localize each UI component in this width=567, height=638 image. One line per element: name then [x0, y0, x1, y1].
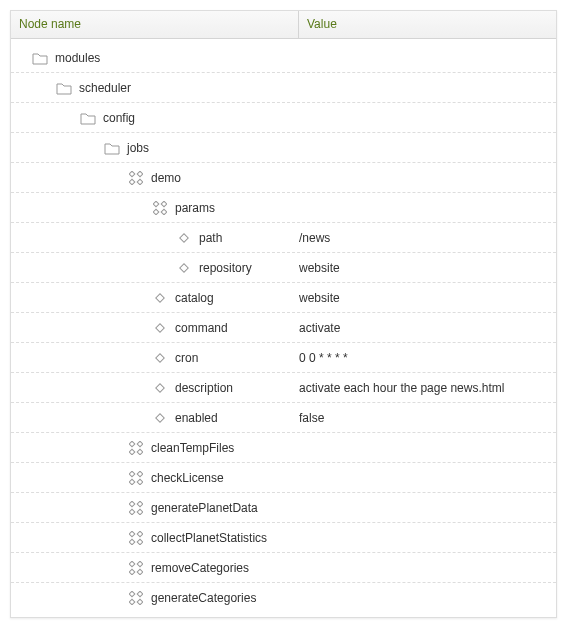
diamond-icon — [151, 379, 169, 397]
node-name-cell: enabled — [11, 409, 299, 427]
indent — [11, 117, 79, 118]
tree-row[interactable]: cron0 0 * * * * — [11, 343, 556, 373]
indent — [11, 507, 127, 508]
node-label: cleanTempFiles — [151, 441, 234, 455]
indent — [11, 267, 175, 268]
tree-row[interactable]: descriptionactivate each hour the page n… — [11, 373, 556, 403]
indent — [11, 357, 151, 358]
tree-row[interactable]: enabledfalse — [11, 403, 556, 433]
folder-icon — [103, 139, 121, 157]
diamond-icon — [175, 229, 193, 247]
tree-row[interactable]: commandactivate — [11, 313, 556, 343]
indent — [11, 447, 127, 448]
indent — [11, 477, 127, 478]
header-value[interactable]: Value — [299, 11, 556, 38]
tree-row[interactable]: removeCategories — [11, 553, 556, 583]
node-value-cell: website — [299, 261, 548, 275]
header-value-label: Value — [307, 17, 337, 31]
node-value-cell: activate — [299, 321, 548, 335]
tree-header: Node name Value — [11, 11, 556, 39]
indent — [11, 57, 31, 58]
node-label: path — [199, 231, 222, 245]
quad-icon — [127, 499, 145, 517]
node-name-cell: repository — [11, 259, 299, 277]
node-label: demo — [151, 171, 181, 185]
node-label: config — [103, 111, 135, 125]
node-label: cron — [175, 351, 198, 365]
quad-icon — [127, 169, 145, 187]
node-label: params — [175, 201, 215, 215]
indent — [11, 237, 175, 238]
diamond-icon — [151, 289, 169, 307]
node-label: modules — [55, 51, 100, 65]
node-name-cell: jobs — [11, 139, 299, 157]
node-name-cell: collectPlanetStatistics — [11, 529, 299, 547]
node-name-cell: command — [11, 319, 299, 337]
tree-row[interactable]: modules — [11, 43, 556, 73]
quad-icon — [127, 439, 145, 457]
indent — [11, 207, 151, 208]
node-name-cell: checkLicense — [11, 469, 299, 487]
node-name-cell: catalog — [11, 289, 299, 307]
diamond-icon — [175, 259, 193, 277]
indent — [11, 417, 151, 418]
tree-row[interactable]: params — [11, 193, 556, 223]
node-name-cell: demo — [11, 169, 299, 187]
node-name-cell: scheduler — [11, 79, 299, 97]
node-label: enabled — [175, 411, 218, 425]
diamond-icon — [151, 319, 169, 337]
quad-icon — [127, 529, 145, 547]
node-label: repository — [199, 261, 252, 275]
node-name-cell: config — [11, 109, 299, 127]
indent — [11, 327, 151, 328]
node-label: checkLicense — [151, 471, 224, 485]
quad-icon — [127, 559, 145, 577]
indent — [11, 537, 127, 538]
tree-row[interactable]: path/news — [11, 223, 556, 253]
indent — [11, 387, 151, 388]
tree-row[interactable]: generateCategories — [11, 583, 556, 613]
node-label: jobs — [127, 141, 149, 155]
node-label: removeCategories — [151, 561, 249, 575]
tree-row[interactable]: catalogwebsite — [11, 283, 556, 313]
node-name-cell: description — [11, 379, 299, 397]
tree-container: Node name Value modulesschedulerconfigjo… — [10, 10, 557, 618]
node-name-cell: generatePlanetData — [11, 499, 299, 517]
tree-row[interactable]: checkLicense — [11, 463, 556, 493]
tree-row[interactable]: repositorywebsite — [11, 253, 556, 283]
folder-icon — [55, 79, 73, 97]
header-node-name[interactable]: Node name — [11, 11, 299, 38]
quad-icon — [127, 469, 145, 487]
tree-row[interactable]: cleanTempFiles — [11, 433, 556, 463]
node-label: catalog — [175, 291, 214, 305]
node-label: description — [175, 381, 233, 395]
tree-row[interactable]: jobs — [11, 133, 556, 163]
indent — [11, 147, 103, 148]
tree-row[interactable]: collectPlanetStatistics — [11, 523, 556, 553]
tree-body: modulesschedulerconfigjobsdemoparamspath… — [11, 39, 556, 617]
quad-icon — [151, 199, 169, 217]
node-value-cell: /news — [299, 231, 548, 245]
tree-row[interactable]: scheduler — [11, 73, 556, 103]
node-label: scheduler — [79, 81, 131, 95]
indent — [11, 567, 127, 568]
node-name-cell: generateCategories — [11, 589, 299, 607]
folder-icon — [31, 49, 49, 67]
node-label: command — [175, 321, 228, 335]
tree-row[interactable]: demo — [11, 163, 556, 193]
node-name-cell: cleanTempFiles — [11, 439, 299, 457]
node-name-cell: removeCategories — [11, 559, 299, 577]
diamond-icon — [151, 409, 169, 427]
node-label: generatePlanetData — [151, 501, 258, 515]
tree-row[interactable]: config — [11, 103, 556, 133]
folder-icon — [79, 109, 97, 127]
node-value-cell: 0 0 * * * * — [299, 351, 548, 365]
header-node-name-label: Node name — [19, 17, 81, 31]
node-value-cell: false — [299, 411, 548, 425]
indent — [11, 598, 127, 599]
indent — [11, 177, 127, 178]
node-label: generateCategories — [151, 591, 256, 605]
node-value-cell: activate each hour the page news.html — [299, 381, 548, 395]
tree-row[interactable]: generatePlanetData — [11, 493, 556, 523]
indent — [11, 87, 55, 88]
